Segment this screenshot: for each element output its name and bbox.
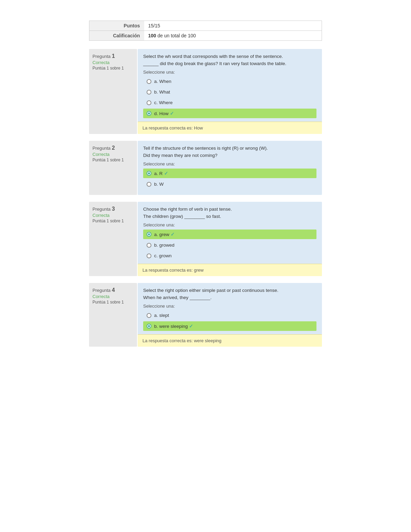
option-text-4-1: b. were sleeping — [154, 324, 188, 329]
option-radio-1-0 — [147, 79, 151, 84]
option-row-4-1[interactable]: b. were sleeping ✓ — [143, 321, 316, 331]
question-block-1: Pregunta 1 Correcta Puntúa 1 sobre 1 Sel… — [89, 49, 322, 134]
q-number-4: 4 — [112, 287, 115, 293]
score-row-calificacion: Calificación 100 de un total de 100 — [89, 31, 322, 41]
question-content-1: Select the wh word that corresponds with… — [138, 49, 322, 134]
option-text-3-2: c. grown — [154, 253, 172, 258]
option-row-4-0[interactable]: a. slept — [143, 311, 316, 320]
question-block-2: Pregunta 2 Correcta Puntúa 1 sobre 1 Tel… — [89, 141, 322, 195]
answer-feedback-1: La respuesta correcta es: How — [138, 122, 322, 134]
question-text1-1: Select the wh word that corresponds with… — [143, 54, 316, 59]
option-radio-1-1 — [147, 90, 151, 95]
option-row-1-1[interactable]: b. What — [143, 87, 316, 97]
select-label-1: Seleccione una: — [143, 70, 316, 75]
calificacion-suffix: de un total de 100 — [156, 33, 196, 38]
calificacion-number: 100 — [148, 33, 156, 38]
q-status-1: Correcta — [92, 60, 134, 65]
question-block-3: Pregunta 3 Correcta Puntúa 1 sobre 1 Cho… — [89, 202, 322, 276]
option-radio-4-1 — [147, 324, 151, 329]
question-content-4: Select the right option either simple pa… — [138, 283, 322, 347]
score-table: Puntos 15/15 Calificación 100 de un tota… — [89, 21, 322, 41]
question-content-2: Tell if the structure of the sentences i… — [138, 141, 322, 195]
check-mark: ✓ — [189, 323, 193, 329]
question-sidebar-2: Pregunta 2 Correcta Puntúa 1 sobre 1 — [89, 141, 137, 195]
option-radio-3-1 — [147, 243, 151, 248]
option-radio-2-1 — [147, 182, 151, 187]
q-label-4: Pregunta 4 — [92, 287, 134, 293]
option-radio-1-3 — [147, 111, 151, 116]
option-row-3-2[interactable]: c. grown — [143, 251, 316, 260]
select-label-4: Seleccione una: — [143, 304, 316, 309]
option-text-3-1: b. growed — [154, 243, 174, 248]
option-text-1-3: d. How — [154, 111, 169, 116]
option-row-2-0[interactable]: a. R ✓ — [143, 169, 316, 178]
q-label-2: Pregunta 2 — [92, 145, 134, 151]
main-container: Puntos 15/15 Calificación 100 de un tota… — [89, 21, 322, 347]
option-row-1-3[interactable]: d. How ✓ — [143, 109, 316, 118]
option-row-2-1[interactable]: b. W — [143, 180, 316, 189]
option-text-2-1: b. W — [154, 182, 164, 187]
select-label-2: Seleccione una: — [143, 161, 316, 166]
q-number-1: 1 — [112, 53, 115, 59]
question-sidebar-1: Pregunta 1 Correcta Puntúa 1 sobre 1 — [89, 49, 137, 134]
q-number-3: 3 — [112, 206, 115, 212]
option-radio-4-0 — [147, 313, 151, 318]
q-status-3: Correcta — [92, 213, 134, 218]
option-text-4-0: a. slept — [154, 313, 169, 318]
question-text2-1: ______ did the dog break the glass? It r… — [143, 61, 316, 66]
calificacion-label: Calificación — [89, 31, 144, 41]
question-text1-3: Choose the right form of verb in past te… — [143, 207, 316, 212]
answer-feedback-4: La respuesta correcta es: were sleeping — [138, 334, 322, 347]
q-label-1: Pregunta 1 — [92, 53, 134, 59]
question-text1-2: Tell if the structure of the sentences i… — [143, 146, 316, 151]
option-text-1-2: c. Where — [154, 100, 173, 105]
puntos-label: Puntos — [89, 21, 144, 31]
option-radio-3-0 — [147, 232, 151, 237]
option-radio-2-0 — [147, 171, 151, 176]
option-radio-1-2 — [147, 100, 151, 105]
q-points-2: Puntúa 1 sobre 1 — [92, 158, 134, 162]
score-row-puntos: Puntos 15/15 — [89, 21, 322, 31]
q-number-2: 2 — [112, 145, 115, 151]
check-mark: ✓ — [164, 171, 168, 176]
question-sidebar-4: Pregunta 4 Correcta Puntúa 1 sobre 1 — [89, 283, 137, 347]
q-points-3: Puntúa 1 sobre 1 — [92, 219, 134, 223]
question-text2-2: Did they mean they are not coming? — [143, 153, 316, 158]
puntos-value: 15/15 — [144, 21, 322, 31]
q-status-4: Correcta — [92, 294, 134, 299]
option-radio-3-2 — [147, 253, 151, 258]
option-text-3-0: a. grew — [154, 232, 169, 237]
option-row-3-0[interactable]: a. grew ✓ — [143, 230, 316, 239]
question-sidebar-3: Pregunta 3 Correcta Puntúa 1 sobre 1 — [89, 202, 137, 276]
question-text2-3: The children (grow) ________ so fast. — [143, 214, 316, 219]
option-text-1-1: b. What — [154, 89, 170, 95]
q-status-2: Correcta — [92, 152, 134, 157]
questions-container: Pregunta 1 Correcta Puntúa 1 sobre 1 Sel… — [89, 49, 322, 347]
select-label-3: Seleccione una: — [143, 222, 316, 227]
q-points-1: Puntúa 1 sobre 1 — [92, 66, 134, 71]
option-row-1-2[interactable]: c. Where — [143, 98, 316, 107]
q-label-3: Pregunta 3 — [92, 206, 134, 212]
question-text1-4: Select the right option either simple pa… — [143, 288, 316, 293]
option-text-1-0: a. When — [154, 79, 171, 84]
option-text-2-0: a. R — [154, 171, 163, 176]
option-row-1-0[interactable]: a. When — [143, 77, 316, 86]
question-text2-4: When he arrived, they ________. — [143, 295, 316, 300]
check-mark: ✓ — [171, 232, 175, 237]
question-block-4: Pregunta 4 Correcta Puntúa 1 sobre 1 Sel… — [89, 283, 322, 347]
answer-feedback-3: La respuesta correcta es: grew — [138, 264, 322, 276]
question-content-3: Choose the right form of verb in past te… — [138, 202, 322, 276]
option-row-3-1[interactable]: b. growed — [143, 240, 316, 250]
check-mark: ✓ — [170, 111, 174, 116]
calificacion-value: 100 de un total de 100 — [144, 31, 322, 41]
q-points-4: Puntúa 1 sobre 1 — [92, 300, 134, 305]
